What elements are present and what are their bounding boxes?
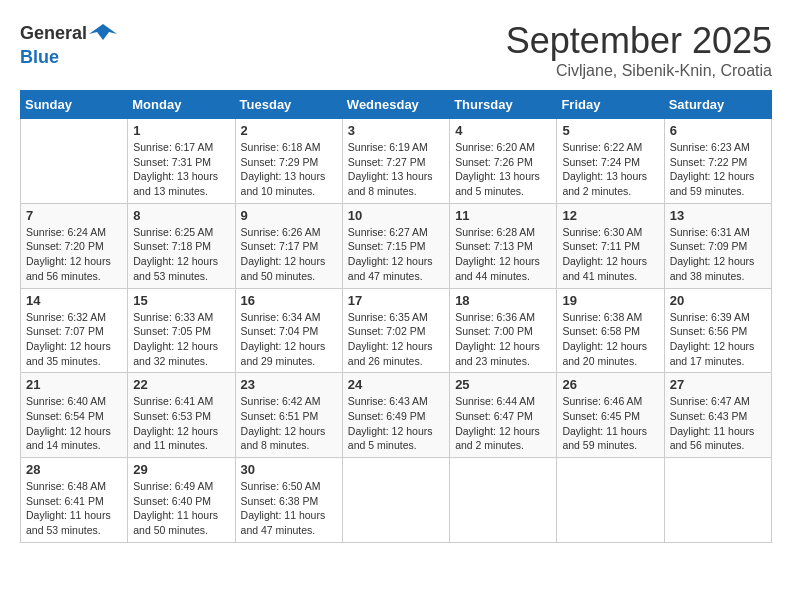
day-number: 17 <box>348 293 444 308</box>
calendar-cell: 3Sunrise: 6:19 AMSunset: 7:27 PMDaylight… <box>342 119 449 204</box>
day-number: 20 <box>670 293 766 308</box>
cell-content: Sunrise: 6:25 AMSunset: 7:18 PMDaylight:… <box>133 225 229 284</box>
day-number: 6 <box>670 123 766 138</box>
cell-content: Sunrise: 6:32 AMSunset: 7:07 PMDaylight:… <box>26 310 122 369</box>
day-number: 15 <box>133 293 229 308</box>
calendar-cell <box>21 119 128 204</box>
weekday-header-friday: Friday <box>557 91 664 119</box>
cell-content: Sunrise: 6:33 AMSunset: 7:05 PMDaylight:… <box>133 310 229 369</box>
week-row-2: 7Sunrise: 6:24 AMSunset: 7:20 PMDaylight… <box>21 203 772 288</box>
calendar-cell: 13Sunrise: 6:31 AMSunset: 7:09 PMDayligh… <box>664 203 771 288</box>
weekday-header-sunday: Sunday <box>21 91 128 119</box>
week-row-4: 21Sunrise: 6:40 AMSunset: 6:54 PMDayligh… <box>21 373 772 458</box>
day-number: 3 <box>348 123 444 138</box>
cell-content: Sunrise: 6:41 AMSunset: 6:53 PMDaylight:… <box>133 394 229 453</box>
cell-content: Sunrise: 6:43 AMSunset: 6:49 PMDaylight:… <box>348 394 444 453</box>
calendar-cell: 24Sunrise: 6:43 AMSunset: 6:49 PMDayligh… <box>342 373 449 458</box>
day-number: 5 <box>562 123 658 138</box>
month-title: September 2025 <box>506 20 772 62</box>
day-number: 9 <box>241 208 337 223</box>
cell-content: Sunrise: 6:36 AMSunset: 7:00 PMDaylight:… <box>455 310 551 369</box>
calendar-cell: 6Sunrise: 6:23 AMSunset: 7:22 PMDaylight… <box>664 119 771 204</box>
calendar-cell: 29Sunrise: 6:49 AMSunset: 6:40 PMDayligh… <box>128 458 235 543</box>
cell-content: Sunrise: 6:26 AMSunset: 7:17 PMDaylight:… <box>241 225 337 284</box>
page-header: General Blue September 2025 Civljane, Si… <box>20 20 772 80</box>
cell-content: Sunrise: 6:24 AMSunset: 7:20 PMDaylight:… <box>26 225 122 284</box>
calendar-cell: 19Sunrise: 6:38 AMSunset: 6:58 PMDayligh… <box>557 288 664 373</box>
calendar-cell: 8Sunrise: 6:25 AMSunset: 7:18 PMDaylight… <box>128 203 235 288</box>
title-section: September 2025 Civljane, Sibenik-Knin, C… <box>506 20 772 80</box>
calendar-cell: 18Sunrise: 6:36 AMSunset: 7:00 PMDayligh… <box>450 288 557 373</box>
cell-content: Sunrise: 6:40 AMSunset: 6:54 PMDaylight:… <box>26 394 122 453</box>
day-number: 28 <box>26 462 122 477</box>
calendar-cell: 12Sunrise: 6:30 AMSunset: 7:11 PMDayligh… <box>557 203 664 288</box>
calendar-table: SundayMondayTuesdayWednesdayThursdayFrid… <box>20 90 772 543</box>
calendar-cell: 9Sunrise: 6:26 AMSunset: 7:17 PMDaylight… <box>235 203 342 288</box>
cell-content: Sunrise: 6:39 AMSunset: 6:56 PMDaylight:… <box>670 310 766 369</box>
weekday-header-row: SundayMondayTuesdayWednesdayThursdayFrid… <box>21 91 772 119</box>
cell-content: Sunrise: 6:46 AMSunset: 6:45 PMDaylight:… <box>562 394 658 453</box>
calendar-cell: 14Sunrise: 6:32 AMSunset: 7:07 PMDayligh… <box>21 288 128 373</box>
weekday-header-monday: Monday <box>128 91 235 119</box>
cell-content: Sunrise: 6:22 AMSunset: 7:24 PMDaylight:… <box>562 140 658 199</box>
calendar-cell: 10Sunrise: 6:27 AMSunset: 7:15 PMDayligh… <box>342 203 449 288</box>
calendar-cell: 2Sunrise: 6:18 AMSunset: 7:29 PMDaylight… <box>235 119 342 204</box>
day-number: 25 <box>455 377 551 392</box>
calendar-cell <box>664 458 771 543</box>
calendar-cell: 5Sunrise: 6:22 AMSunset: 7:24 PMDaylight… <box>557 119 664 204</box>
calendar-cell: 27Sunrise: 6:47 AMSunset: 6:43 PMDayligh… <box>664 373 771 458</box>
week-row-5: 28Sunrise: 6:48 AMSunset: 6:41 PMDayligh… <box>21 458 772 543</box>
day-number: 8 <box>133 208 229 223</box>
calendar-cell: 1Sunrise: 6:17 AMSunset: 7:31 PMDaylight… <box>128 119 235 204</box>
calendar-cell: 21Sunrise: 6:40 AMSunset: 6:54 PMDayligh… <box>21 373 128 458</box>
cell-content: Sunrise: 6:48 AMSunset: 6:41 PMDaylight:… <box>26 479 122 538</box>
day-number: 12 <box>562 208 658 223</box>
cell-content: Sunrise: 6:47 AMSunset: 6:43 PMDaylight:… <box>670 394 766 453</box>
calendar-cell: 11Sunrise: 6:28 AMSunset: 7:13 PMDayligh… <box>450 203 557 288</box>
calendar-cell <box>557 458 664 543</box>
day-number: 10 <box>348 208 444 223</box>
calendar-cell: 28Sunrise: 6:48 AMSunset: 6:41 PMDayligh… <box>21 458 128 543</box>
cell-content: Sunrise: 6:23 AMSunset: 7:22 PMDaylight:… <box>670 140 766 199</box>
cell-content: Sunrise: 6:31 AMSunset: 7:09 PMDaylight:… <box>670 225 766 284</box>
day-number: 19 <box>562 293 658 308</box>
calendar-cell: 16Sunrise: 6:34 AMSunset: 7:04 PMDayligh… <box>235 288 342 373</box>
calendar-cell: 30Sunrise: 6:50 AMSunset: 6:38 PMDayligh… <box>235 458 342 543</box>
calendar-cell: 23Sunrise: 6:42 AMSunset: 6:51 PMDayligh… <box>235 373 342 458</box>
cell-content: Sunrise: 6:50 AMSunset: 6:38 PMDaylight:… <box>241 479 337 538</box>
day-number: 11 <box>455 208 551 223</box>
calendar-cell: 26Sunrise: 6:46 AMSunset: 6:45 PMDayligh… <box>557 373 664 458</box>
cell-content: Sunrise: 6:19 AMSunset: 7:27 PMDaylight:… <box>348 140 444 199</box>
calendar-cell: 15Sunrise: 6:33 AMSunset: 7:05 PMDayligh… <box>128 288 235 373</box>
day-number: 16 <box>241 293 337 308</box>
cell-content: Sunrise: 6:34 AMSunset: 7:04 PMDaylight:… <box>241 310 337 369</box>
cell-content: Sunrise: 6:42 AMSunset: 6:51 PMDaylight:… <box>241 394 337 453</box>
weekday-header-wednesday: Wednesday <box>342 91 449 119</box>
svg-marker-0 <box>89 24 117 40</box>
calendar-cell: 17Sunrise: 6:35 AMSunset: 7:02 PMDayligh… <box>342 288 449 373</box>
cell-content: Sunrise: 6:44 AMSunset: 6:47 PMDaylight:… <box>455 394 551 453</box>
weekday-header-tuesday: Tuesday <box>235 91 342 119</box>
logo-bird-icon <box>89 20 117 48</box>
cell-content: Sunrise: 6:20 AMSunset: 7:26 PMDaylight:… <box>455 140 551 199</box>
calendar-cell <box>342 458 449 543</box>
cell-content: Sunrise: 6:27 AMSunset: 7:15 PMDaylight:… <box>348 225 444 284</box>
day-number: 7 <box>26 208 122 223</box>
calendar-cell: 4Sunrise: 6:20 AMSunset: 7:26 PMDaylight… <box>450 119 557 204</box>
day-number: 1 <box>133 123 229 138</box>
day-number: 27 <box>670 377 766 392</box>
location-subtitle: Civljane, Sibenik-Knin, Croatia <box>506 62 772 80</box>
weekday-header-saturday: Saturday <box>664 91 771 119</box>
logo: General Blue <box>20 20 117 68</box>
day-number: 4 <box>455 123 551 138</box>
logo-general: General <box>20 24 87 44</box>
week-row-3: 14Sunrise: 6:32 AMSunset: 7:07 PMDayligh… <box>21 288 772 373</box>
weekday-header-thursday: Thursday <box>450 91 557 119</box>
day-number: 22 <box>133 377 229 392</box>
day-number: 18 <box>455 293 551 308</box>
cell-content: Sunrise: 6:30 AMSunset: 7:11 PMDaylight:… <box>562 225 658 284</box>
cell-content: Sunrise: 6:35 AMSunset: 7:02 PMDaylight:… <box>348 310 444 369</box>
day-number: 24 <box>348 377 444 392</box>
day-number: 13 <box>670 208 766 223</box>
day-number: 26 <box>562 377 658 392</box>
